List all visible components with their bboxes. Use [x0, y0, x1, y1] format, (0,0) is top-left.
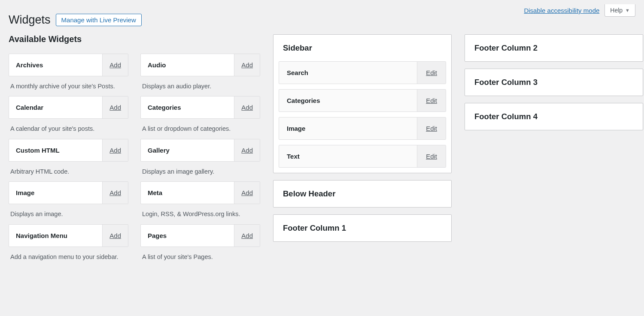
widget-name: Categories: [141, 96, 234, 118]
widget-name: Navigation Menu: [9, 225, 102, 247]
add-button[interactable]: Add: [234, 182, 260, 204]
widget-area-title: Sidebar: [273, 35, 451, 61]
widget-pages[interactable]: Pages Add: [140, 224, 260, 247]
add-button[interactable]: Add: [102, 54, 128, 76]
widget-desc: Displays an image gallery.: [140, 162, 260, 181]
widget-name: Audio: [141, 54, 234, 76]
widget-area-below-header[interactable]: Below Header: [273, 180, 452, 208]
widget-image[interactable]: Image Add: [9, 181, 128, 204]
widget-categories[interactable]: Categories Add: [140, 96, 260, 119]
widget-desc: A calendar of your site's posts.: [9, 119, 128, 138]
widget-name: Calendar: [9, 96, 102, 118]
widget-name: Pages: [141, 225, 234, 247]
widget-area-footer-column-4[interactable]: Footer Column 4: [465, 103, 643, 130]
widget-areas-column-2: Footer Column 2 Footer Column 3 Footer C…: [465, 34, 643, 137]
help-label: Help: [610, 7, 623, 14]
placed-widget-search[interactable]: Search Edit: [279, 61, 446, 84]
widget-desc: Displays an audio player.: [140, 76, 260, 96]
widget-area-footer-column-1[interactable]: Footer Column 1: [273, 214, 452, 242]
widget-desc: A list or dropdown of categories.: [140, 119, 260, 138]
widget-desc: A list of your site's Pages.: [140, 247, 260, 267]
widget-desc: A monthly archive of your site's Posts.: [9, 76, 128, 96]
widget-area-title: Footer Column 1: [273, 215, 451, 241]
add-button[interactable]: Add: [102, 225, 128, 247]
placed-widget-text[interactable]: Text Edit: [279, 145, 446, 168]
page-header: Widgets Manage with Live Preview: [9, 13, 635, 27]
widget-name: Image: [9, 182, 102, 204]
add-button[interactable]: Add: [102, 96, 128, 118]
widget-name: Archives: [9, 54, 102, 76]
widget-area-title: Footer Column 2: [465, 35, 643, 61]
widget-desc: Add a navigation menu to your sidebar.: [9, 247, 128, 267]
manage-live-preview-button[interactable]: Manage with Live Preview: [56, 14, 142, 26]
add-button[interactable]: Add: [234, 54, 260, 76]
widget-custom-html[interactable]: Custom HTML Add: [9, 139, 128, 162]
widget-area-footer-column-3[interactable]: Footer Column 3: [465, 69, 643, 96]
widget-desc: Arbitrary HTML code.: [9, 162, 128, 181]
placed-widget-name: Categories: [279, 90, 417, 111]
add-button[interactable]: Add: [102, 182, 128, 204]
widget-area-title: Footer Column 3: [465, 69, 643, 96]
available-widgets-panel: Available Widgets Archives Add A monthly…: [9, 34, 260, 267]
widget-area-title: Footer Column 4: [465, 103, 643, 130]
widget-areas-column-1: Sidebar Search Edit Categories Edit Imag…: [273, 34, 452, 249]
edit-button[interactable]: Edit: [417, 117, 446, 139]
placed-widget-image[interactable]: Image Edit: [279, 117, 446, 140]
disable-accessibility-link[interactable]: Disable accessibility mode: [524, 7, 599, 14]
placed-widget-name: Text: [279, 145, 417, 167]
placed-widget-categories[interactable]: Categories Edit: [279, 89, 446, 112]
add-button[interactable]: Add: [234, 96, 260, 118]
widget-desc: Displays an image.: [9, 204, 128, 224]
edit-button[interactable]: Edit: [417, 90, 446, 111]
widget-archives[interactable]: Archives Add: [9, 54, 128, 76]
add-button[interactable]: Add: [234, 225, 260, 247]
add-button[interactable]: Add: [102, 139, 128, 161]
widget-name: Meta: [141, 182, 234, 204]
widget-navigation-menu[interactable]: Navigation Menu Add: [9, 224, 128, 247]
add-button[interactable]: Add: [234, 139, 260, 161]
placed-widget-name: Image: [279, 117, 417, 139]
edit-button[interactable]: Edit: [417, 62, 446, 84]
help-button[interactable]: Help ▼: [605, 4, 635, 17]
widget-calendar[interactable]: Calendar Add: [9, 96, 128, 119]
widget-area-sidebar[interactable]: Sidebar Search Edit Categories Edit Imag…: [273, 34, 452, 173]
page-title: Widgets: [9, 13, 51, 27]
widget-meta[interactable]: Meta Add: [140, 181, 260, 204]
widget-gallery[interactable]: Gallery Add: [140, 139, 260, 162]
available-widgets-heading: Available Widgets: [9, 34, 260, 44]
edit-button[interactable]: Edit: [417, 145, 446, 167]
widget-area-footer-column-2[interactable]: Footer Column 2: [465, 34, 643, 62]
widget-audio[interactable]: Audio Add: [140, 54, 260, 76]
widget-area-title: Below Header: [273, 181, 451, 207]
widget-name: Gallery: [141, 139, 234, 161]
chevron-down-icon: ▼: [625, 8, 630, 13]
widget-name: Custom HTML: [9, 139, 102, 161]
widget-desc: Login, RSS, & WordPress.org links.: [140, 204, 260, 224]
placed-widget-name: Search: [279, 62, 417, 84]
